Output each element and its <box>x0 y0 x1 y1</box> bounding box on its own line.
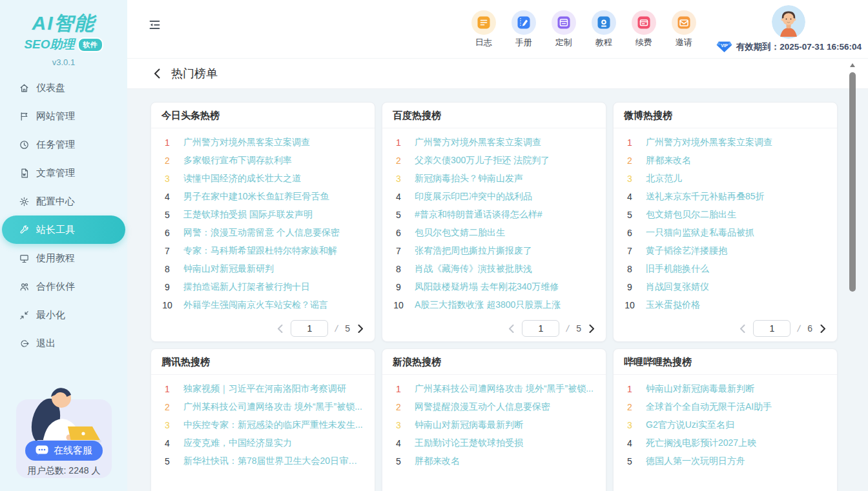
sidebar-menu: 仪表盘网站管理任务管理文章管理配置中心站长工具使用教程合作伙伴最小化退出 <box>0 74 127 357</box>
sidebar-item-dashboard[interactable]: 仪表盘 <box>0 74 127 102</box>
header-action-course[interactable]: 教程 <box>586 10 622 48</box>
sidebar-item-minimize[interactable]: 最小化 <box>0 301 127 329</box>
pager-next-icon[interactable] <box>588 324 595 334</box>
hot-item-link[interactable]: 北京范儿 <box>646 173 827 185</box>
hot-item-link[interactable]: 广州警方对境外黑客案立案调查 <box>415 137 595 148</box>
hot-item-link[interactable]: A股三大指数收涨 超3800只股票上涨 <box>415 299 595 311</box>
hot-item-link[interactable]: 王楚钦球拍受损 国际乒联发声明 <box>183 209 364 221</box>
hot-item-link[interactable]: 胖都来改名 <box>646 155 827 166</box>
header-action-log[interactable]: 日志 <box>466 10 502 48</box>
header-action-custom[interactable]: 定制 <box>546 10 582 48</box>
board-card: 百度热搜榜1广州警方对境外黑客案立案调查2父亲欠债300万儿子拒还 法院判了3新… <box>382 102 606 342</box>
hot-item: 5德国人第一次玩明日方舟 <box>620 452 827 470</box>
hot-item-link[interactable]: 印度展示印巴冲突中的战利品 <box>415 191 595 203</box>
sidebar-item-tasks[interactable]: 任务管理 <box>0 130 127 159</box>
hot-item-link[interactable]: 摆拍造谣新人打架者被行拘十日 <box>183 281 364 293</box>
sidebar: AI智能 SEO助理 软件 v3.0.1 仪表盘网站管理任务管理文章管理配置中心… <box>0 0 127 491</box>
hot-item: 3读懂中国经济的成长壮大之道 <box>158 170 364 188</box>
hot-item-link[interactable]: 独家视频｜习近平在河南洛阳市考察调研 <box>183 383 364 395</box>
hot-item-link[interactable]: 死亡搁浅电影预计2027上映 <box>646 437 827 449</box>
hot-item-link[interactable]: 旧手机能换什么 <box>646 263 827 275</box>
hot-item-link[interactable]: 钟南山对新冠病毒最新判断 <box>646 383 827 395</box>
sidebar-item-webmaster-tools[interactable]: 站长工具 <box>2 215 125 244</box>
board-title: 微博热搜榜 <box>614 103 837 128</box>
hot-item-link[interactable]: 新冠病毒抬头？钟南山发声 <box>415 173 595 185</box>
pager-next-icon[interactable] <box>357 324 364 334</box>
hot-item: 1广州警方对境外黑客案立案调查 <box>620 134 827 152</box>
hot-item-link[interactable]: 广州某科技公司遭网络攻击 境外“黑手”被锁... <box>183 401 364 413</box>
pager-prev-icon[interactable] <box>739 324 746 334</box>
online-support-button[interactable]: 在线客服 <box>25 441 103 461</box>
logout-icon <box>18 337 30 349</box>
hot-item-link[interactable]: 送礼来京东千元补贴再叠85折 <box>646 191 827 203</box>
hot-item-link[interactable]: 广州某科技公司遭网络攻击 境外“黑手”被锁... <box>415 383 595 395</box>
pager-next-icon[interactable] <box>820 324 827 334</box>
back-arrow-icon[interactable] <box>153 68 161 79</box>
hot-item-link[interactable]: 钟南山对新冠病毒最新判断 <box>415 419 595 431</box>
hot-item-rank: 10 <box>620 300 639 310</box>
hot-item-link[interactable]: 黄子韬徐艺洋搂腰抱 <box>646 245 827 257</box>
hot-item: 10A股三大指数收涨 超3800只股票上涨 <box>389 296 595 314</box>
sidebar-item-sites[interactable]: 网站管理 <box>0 102 127 130</box>
hot-item: 9摆拍造谣新人打架者被行拘十日 <box>158 278 364 296</box>
hot-item-link[interactable]: 全球首个全自动无限干活AI助手 <box>646 401 827 413</box>
header-action-invite[interactable]: 邀请 <box>666 10 702 48</box>
pager-page-input[interactable] <box>522 320 559 337</box>
app-version: v3.0.1 <box>0 57 127 67</box>
hot-item-link[interactable]: 男子在家中建10米长鱼缸养巨骨舌鱼 <box>183 191 364 203</box>
hot-item-link[interactable]: 王励勤讨论王楚钦球拍受损 <box>415 437 595 449</box>
hot-item-rank: 7 <box>389 246 408 256</box>
custom-icon <box>552 10 576 35</box>
hot-item-link[interactable]: 父亲欠债300万儿子拒还 法院判了 <box>415 155 595 166</box>
hot-item-link[interactable]: #普京和特朗普通话谈得怎么样# <box>415 209 595 221</box>
hot-item-link[interactable]: 凤阳鼓楼疑坍塌 去年刚花340万维修 <box>415 281 595 293</box>
pager-prev-icon[interactable] <box>508 324 515 334</box>
header-action-renew[interactable]: 续费 <box>626 10 662 48</box>
hot-item-rank: 6 <box>158 228 177 238</box>
hot-item: 8钟南山对新冠最新研判 <box>158 260 364 278</box>
hot-item-link[interactable]: 钟南山对新冠最新研判 <box>183 263 364 275</box>
hot-item-link[interactable]: 广州警方对境外黑客案立案调查 <box>646 137 827 148</box>
logo-line2: SEO助理 <box>24 36 74 53</box>
hot-item-link[interactable]: G2官方说Uzi实至名归 <box>646 419 827 431</box>
hot-item-rank: 6 <box>389 228 408 238</box>
scrollbar-thumb[interactable] <box>849 72 856 292</box>
hot-item-link[interactable]: 读懂中国经济的成长壮大之道 <box>183 173 364 185</box>
online-support-label: 在线客服 <box>54 445 92 457</box>
monitor-icon <box>18 252 30 264</box>
hot-item-link[interactable]: 网警提醒浪漫互动个人信息要保密 <box>415 401 595 413</box>
hot-item-link[interactable]: 包贝尔包文婧二胎出生 <box>415 227 595 239</box>
chat-bubble-icon <box>36 445 48 456</box>
hot-item-rank: 5 <box>389 456 408 466</box>
sidebar-item-articles[interactable]: 文章管理 <box>0 159 127 187</box>
hot-item: 5王楚钦球拍受损 国际乒联发声明 <box>158 206 364 224</box>
scrollbar-up-arrow[interactable] <box>850 63 855 67</box>
sidebar-item-partners[interactable]: 合作伙伴 <box>0 272 127 301</box>
hot-item-link[interactable]: 外籍学生强闯南京火车站安检？谣言 <box>183 299 364 311</box>
avatar[interactable] <box>772 5 805 39</box>
sidebar-item-config[interactable]: 配置中心 <box>0 187 127 215</box>
hot-item-link[interactable]: 胖都来改名 <box>415 456 595 467</box>
sidebar-item-exit[interactable]: 退出 <box>0 329 127 357</box>
hot-item-link[interactable]: 中疾控专家：新冠感染的临床严重性未发生... <box>183 419 364 431</box>
hot-item-link[interactable]: 一只猫向监狱走私毒品被抓 <box>646 227 827 239</box>
pager-page-input[interactable] <box>291 320 328 337</box>
hot-item-link[interactable]: 专家：马科斯希望跟杜特尔特家族和解 <box>183 245 364 257</box>
hot-item-link[interactable]: 新华社快讯：第78届世界卫生大会20日审议... <box>183 456 364 467</box>
hot-item-link[interactable]: 网警：浪漫互动需留意 个人信息要保密 <box>183 227 364 239</box>
hot-item-link[interactable]: 广州警方对境外黑客案立案调查 <box>183 137 364 148</box>
hot-item-link[interactable]: 肖战《藏海传》演技被批肤浅 <box>415 263 595 275</box>
hot-item-link[interactable]: 张宥浩把周也撕拉片撕报废了 <box>415 245 595 257</box>
pager-page-input[interactable] <box>753 320 790 337</box>
header-action-manual[interactable]: 手册 <box>506 10 542 48</box>
collapse-sidebar-icon[interactable] <box>147 17 162 32</box>
pager-prev-icon[interactable] <box>276 324 284 334</box>
hot-item-link[interactable]: 肖战回复张婧仪 <box>646 281 827 293</box>
hot-item-link[interactable]: 玉米蛋挞价格 <box>646 299 827 311</box>
hot-item-link[interactable]: 德国人第一次玩明日方舟 <box>646 456 827 467</box>
sidebar-item-tutorials[interactable]: 使用教程 <box>0 244 127 272</box>
hot-item-link[interactable]: 应变克难，中国经济显实力 <box>183 437 364 449</box>
hot-item-link[interactable]: 包文婧包贝尔二胎出生 <box>646 209 827 221</box>
hot-item-rank: 5 <box>389 210 408 220</box>
hot-item-link[interactable]: 多家银行宣布下调存款利率 <box>183 155 364 166</box>
